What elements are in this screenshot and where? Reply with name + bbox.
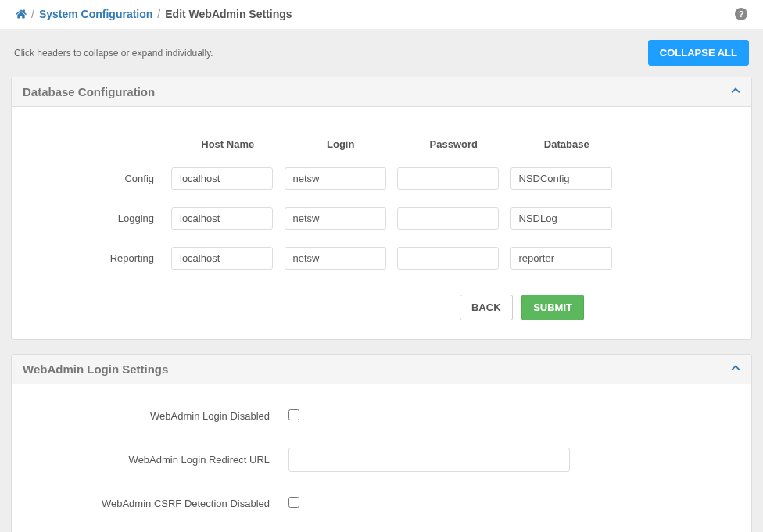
breadcrumb-sep: / [31,8,34,20]
breadcrumb-system-config[interactable]: System Configuration [39,8,152,20]
top-row: Click headers to collapse or expand indi… [11,40,752,66]
breadcrumb: / System Configuration / Edit WebAdmin S… [16,8,292,20]
config-password-input[interactable] [397,167,499,190]
row-csrf-disabled: WebAdmin CSRF Detection Disabled [30,497,733,510]
col-host-name: Host Name [171,138,285,150]
logging-database-input[interactable] [510,207,612,230]
breadcrumb-bar: / System Configuration / Edit WebAdmin S… [0,0,763,29]
chevron-up-icon [731,363,740,375]
panel-database-config: Database Configuration Host Name Login P… [11,77,752,340]
table-row-reporting: Reporting [30,247,733,270]
config-login-input[interactable] [285,167,386,190]
db-config-table: Host Name Login Password Database Config… [30,121,733,287]
home-icon[interactable] [16,8,27,20]
panel-header-webadmin-login[interactable]: WebAdmin Login Settings [12,355,751,384]
db-buttons: BACK SUBMIT [30,295,733,320]
hint-text: Click headers to collapse or expand indi… [14,48,213,59]
logging-host-input[interactable] [171,207,273,230]
col-password: Password [397,138,510,150]
col-login: Login [285,138,398,150]
panel-title: Database Configuration [23,85,155,98]
reporting-password-input[interactable] [397,247,499,270]
table-row-config: Config [30,167,733,190]
logging-password-input[interactable] [397,207,499,230]
login-disabled-checkbox[interactable] [288,409,299,420]
reporting-database-input[interactable] [510,247,612,270]
chevron-up-icon [731,86,740,98]
col-database: Database [510,138,624,150]
redirect-url-input[interactable] [288,448,570,472]
label-csrf-disabled: WebAdmin CSRF Detection Disabled [30,498,288,509]
row-label-config: Config [30,167,171,190]
reporting-login-input[interactable] [285,247,386,270]
submit-button[interactable]: SUBMIT [521,295,584,320]
label-login-disabled: WebAdmin Login Disabled [30,410,288,422]
config-host-input[interactable] [171,167,273,190]
row-login-disabled: WebAdmin Login Disabled [30,409,733,423]
breadcrumb-sep: / [157,8,160,20]
panel-body: WebAdmin Login Disabled WebAdmin Login R… [12,384,751,532]
row-redirect-url: WebAdmin Login Redirect URL [30,448,733,472]
table-row-logging: Logging [30,207,733,230]
panel-title: WebAdmin Login Settings [23,362,168,376]
reporting-host-input[interactable] [171,247,273,270]
config-database-input[interactable] [510,167,612,190]
back-button[interactable]: BACK [460,295,513,320]
label-redirect-url: WebAdmin Login Redirect URL [30,454,288,466]
panel-body: Host Name Login Password Database Config… [12,107,751,339]
help-icon[interactable]: ? [735,8,747,20]
content-area: Click headers to collapse or expand indi… [0,29,763,532]
collapse-all-button[interactable]: COLLAPSE ALL [648,40,749,66]
row-label-reporting: Reporting [30,247,171,270]
panel-header-database-config[interactable]: Database Configuration [12,77,751,107]
breadcrumb-current: Edit WebAdmin Settings [165,8,292,20]
row-label-logging: Logging [30,207,171,230]
panel-webadmin-login-settings: WebAdmin Login Settings WebAdmin Login D… [11,354,752,532]
csrf-disabled-checkbox[interactable] [288,497,299,508]
logging-login-input[interactable] [285,207,386,230]
